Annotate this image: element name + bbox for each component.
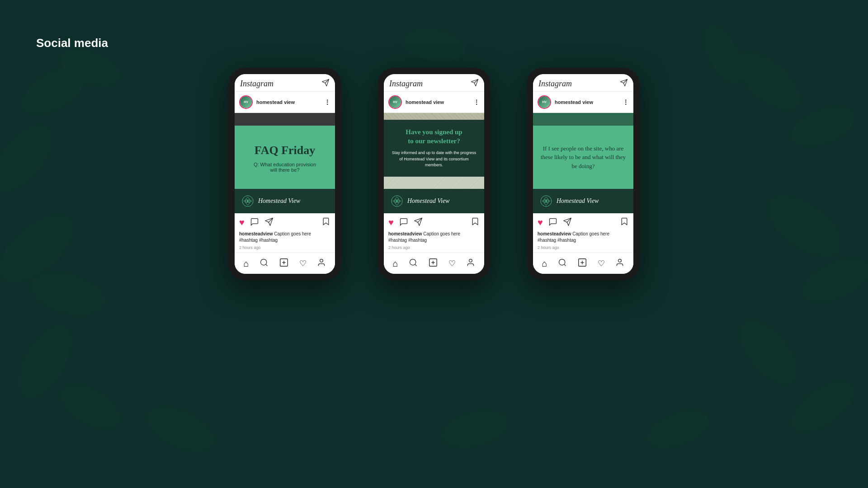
bookmark-icon-1[interactable]	[321, 217, 330, 228]
heart-nav-1[interactable]: ♡	[299, 258, 307, 268]
svg-point-12	[729, 310, 808, 394]
svg-point-16	[141, 398, 222, 461]
share-icon-2[interactable]	[414, 217, 423, 228]
avatar-img-1: HV	[240, 96, 252, 108]
ig-profile-row-1: HV homestead view ⋮	[235, 92, 335, 113]
ig-avatar-1: HV	[239, 95, 253, 109]
ig-time-2: 2 hours ago	[384, 245, 484, 253]
ig-time-3: 2 hours ago	[533, 245, 633, 253]
search-nav-1[interactable]	[259, 258, 269, 269]
brand-name-1: Homestead View	[258, 197, 300, 205]
faq-subtitle: Q: What education provision will there b…	[254, 162, 316, 173]
profile-nav-2[interactable]	[466, 258, 475, 269]
profile-nav-1[interactable]	[317, 258, 326, 269]
comment-icon-2[interactable]	[399, 217, 408, 228]
heart-icon-3[interactable]: ♥	[538, 217, 543, 228]
newsletter-subtitle: Stay informed and up to date with the pr…	[391, 150, 477, 169]
brand-name-3: Homestead View	[557, 197, 599, 205]
more-icon-2[interactable]: ⋮	[473, 99, 480, 106]
send-icon-2[interactable]	[471, 79, 479, 89]
ig-logo-1: Instagram	[240, 79, 274, 89]
home-nav-1[interactable]: ⌂	[244, 258, 249, 269]
profile-nav-3[interactable]	[615, 258, 624, 269]
bookmark-icon-3[interactable]	[620, 217, 629, 228]
more-icon-1[interactable]: ⋮	[324, 99, 330, 106]
caption-user-1: homesteadview	[239, 231, 273, 236]
svg-point-13	[783, 371, 863, 442]
svg-point-14	[400, 24, 468, 66]
phone-3-screen: Instagram HV homestead view ⋮	[533, 74, 633, 274]
phone-2: Instagram HV homestead view ⋮	[377, 68, 491, 280]
ig-bottom-nav-3: ⌂ ♡	[533, 253, 633, 274]
svg-point-24	[260, 259, 266, 265]
avatar-img-3: HV	[538, 96, 550, 108]
heart-icon-1[interactable]: ♥	[239, 217, 245, 228]
ig-caption-2: homesteadview Caption goes here #hashtag…	[384, 230, 484, 245]
ig-username-1: homestead view	[256, 99, 321, 105]
caption-user-2: homesteadview	[388, 231, 422, 236]
phone-3: Instagram HV homestead view ⋮	[527, 68, 640, 280]
home-nav-3[interactable]: ⌂	[542, 258, 547, 269]
ig-header-icons-3	[620, 79, 628, 89]
svg-point-11	[52, 375, 128, 439]
ig-post-image-3: If I see people on the site, who are the…	[533, 113, 633, 213]
svg-point-41	[469, 259, 472, 263]
share-icon-1[interactable]	[264, 217, 274, 228]
ig-profile-row-2: HV homestead view ⋮	[384, 92, 484, 113]
brand-logo-2	[391, 195, 403, 207]
svg-point-48	[559, 259, 565, 265]
comment-icon-1[interactable]	[250, 217, 259, 228]
ig-post-image-1: FAQ Friday Q: What education provision w…	[235, 113, 335, 213]
comment-icon-3[interactable]	[548, 217, 557, 228]
brand-logo-3	[540, 195, 552, 207]
ig-actions-2: ♥	[384, 213, 484, 230]
svg-point-21	[247, 200, 249, 202]
svg-point-15	[438, 404, 512, 455]
phone-1-screen: Instagram HV homestead view ⋮	[235, 74, 335, 274]
add-nav-2[interactable]	[428, 258, 438, 269]
heart-nav-2[interactable]: ♡	[448, 258, 456, 268]
ig-username-3: homestead view	[555, 99, 619, 105]
heart-icon-2[interactable]: ♥	[388, 217, 394, 228]
phone-2-screen: Instagram HV homestead view ⋮	[384, 74, 484, 274]
send-icon-1[interactable]	[321, 79, 330, 89]
ig-header-icons-1	[321, 79, 330, 89]
phone-1: Instagram HV homestead view ⋮	[228, 68, 341, 280]
svg-point-53	[618, 259, 622, 263]
brand-logo-1	[242, 195, 254, 207]
ig-profile-row-3: HV homestead view ⋮	[533, 92, 633, 113]
search-nav-3[interactable]	[558, 258, 567, 269]
page-title: Social media	[36, 36, 108, 50]
svg-point-33	[396, 200, 398, 202]
faq-title: FAQ Friday	[255, 144, 316, 157]
ig-logo-3: Instagram	[538, 79, 572, 89]
ig-bottom-nav-1: ⌂ ♡	[235, 253, 335, 274]
svg-point-10	[7, 316, 83, 407]
svg-point-17	[642, 403, 714, 456]
ig-post-image-2: Have you signed up to our newsletter? St…	[384, 113, 484, 213]
svg-point-45	[545, 200, 547, 202]
avatar-img-2: HV	[389, 96, 401, 108]
ig-avatar-3: HV	[538, 95, 551, 109]
svg-line-25	[266, 264, 268, 266]
add-nav-3[interactable]	[577, 258, 587, 269]
heart-nav-3[interactable]: ♡	[598, 258, 605, 268]
home-nav-2[interactable]: ⌂	[393, 258, 398, 269]
svg-point-29	[320, 259, 323, 263]
ig-header-icons-2	[471, 79, 479, 89]
svg-line-37	[415, 264, 417, 266]
ig-caption-1: homesteadview Caption goes here #hashtag…	[235, 230, 335, 245]
ig-avatar-2: HV	[388, 95, 402, 109]
send-icon-3[interactable]	[620, 79, 628, 89]
ig-header-1: Instagram	[235, 74, 335, 92]
bookmark-icon-2[interactable]	[471, 217, 480, 228]
search-nav-2[interactable]	[409, 258, 418, 269]
share-icon-3[interactable]	[563, 217, 572, 228]
ig-actions-3: ♥	[533, 213, 633, 230]
add-nav-1[interactable]	[279, 258, 289, 269]
more-icon-3[interactable]: ⋮	[623, 99, 629, 106]
brand-name-2: Homestead View	[407, 197, 449, 205]
ig-header-3: Instagram	[533, 74, 633, 92]
caption-user-3: homesteadview	[538, 231, 571, 236]
ig-actions-1: ♥	[235, 213, 335, 230]
